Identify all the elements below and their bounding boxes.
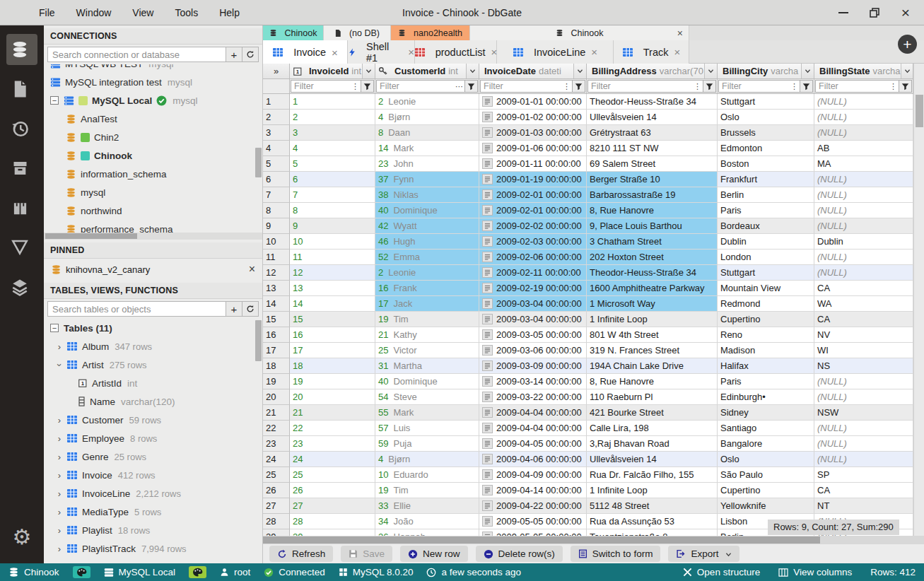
column-header-date[interactable]: InvoiceDatedateti <box>479 64 587 79</box>
cell-billingcity[interactable]: Edinburgh• <box>718 389 814 405</box>
sidebar-table-artist[interactable]: ›Artist275 rows <box>44 356 262 374</box>
activity-archive[interactable] <box>6 153 37 184</box>
date-editor-icon[interactable] <box>482 485 493 495</box>
tab-invoiceline[interactable]: InvoiceLine× <box>497 40 614 64</box>
cell-invoicedate[interactable]: 2009-01-03 00:00:00 <box>479 125 587 141</box>
cell-billingcity[interactable]: Cupertino <box>718 312 814 327</box>
sidebar-table-genre[interactable]: ›Genre25 rows <box>44 447 262 466</box>
cell-billingaddress[interactable]: Calle Lira, 198 <box>587 421 718 436</box>
chevron-icon[interactable]: › <box>54 433 65 444</box>
cell-customerid[interactable]: 37Fynn <box>375 172 479 187</box>
cell-customerid[interactable]: 4Bjørn <box>375 110 479 125</box>
filter-funnel-button[interactable] <box>361 81 373 92</box>
refresh-button[interactable]: Refresh <box>269 546 333 562</box>
sidebar-table-playlist[interactable]: ›Playlist18 rows <box>44 521 262 539</box>
sidebar-table-customer[interactable]: ›Customer59 rows <box>44 411 262 429</box>
expander-icon[interactable]: − <box>50 324 59 332</box>
cell-billingaddress[interactable]: 3,Raj Bhavan Road <box>587 436 718 452</box>
date-editor-icon[interactable] <box>482 376 493 387</box>
connection-item[interactable]: Chin2 <box>44 128 262 146</box>
connection-item[interactable]: MySQL integration testmysql <box>44 73 262 91</box>
cell-invoiceid[interactable]: 22 <box>290 421 375 436</box>
cell-invoiceid[interactable]: 4 <box>290 141 375 156</box>
row-header[interactable]: 14 <box>263 296 290 312</box>
connections-hscroll[interactable] <box>44 233 262 240</box>
cell-invoiceid[interactable]: 3 <box>290 125 375 141</box>
cell-invoicedate[interactable]: 2009-02-03 00:00:00 <box>479 234 587 250</box>
cell-customerid[interactable]: 57Luis <box>375 421 479 436</box>
cell-invoiceid[interactable]: 14 <box>290 296 375 312</box>
menu-view[interactable]: View <box>122 0 164 25</box>
status-chip[interactable] <box>189 566 206 578</box>
filter-options-button[interactable]: ⋯ <box>454 81 464 92</box>
minimize-button[interactable] <box>838 7 849 18</box>
row-header[interactable]: 11 <box>263 250 290 265</box>
cell-invoicedate[interactable]: 2009-04-06 00:00:00 <box>479 452 587 467</box>
cell-billingstate[interactable]: (NULL) <box>814 172 913 187</box>
cell-billingaddress[interactable]: Grétrystraat 63 <box>587 125 718 141</box>
status-root[interactable]: root <box>220 567 250 577</box>
connection-item[interactable]: MYSQL WB TESTmysql <box>44 64 262 73</box>
cell-billingcity[interactable]: Stuttgart <box>718 94 814 110</box>
expander-icon[interactable]: − <box>50 96 59 105</box>
add-connection-button[interactable]: + <box>226 47 242 62</box>
filter-input-city[interactable] <box>719 81 789 92</box>
cell-invoicedate[interactable]: 2009-02-01 00:00:00 <box>479 203 587 218</box>
chevron-icon[interactable]: › <box>54 452 65 462</box>
cell-customerid[interactable]: 40Dominique <box>375 374 479 389</box>
cell-billingaddress[interactable]: 3 Chatham Street <box>587 234 718 250</box>
connection-item[interactable]: −MySQL Localmysql <box>44 91 262 110</box>
close-tab-icon[interactable]: × <box>332 47 338 59</box>
status-open-structure[interactable]: Open structure <box>683 567 760 577</box>
cell-billingstate[interactable]: WA <box>814 296 913 312</box>
activity-book[interactable] <box>6 192 37 223</box>
activity-file[interactable] <box>6 74 37 105</box>
tab-invoice[interactable]: Invoice× <box>263 40 348 64</box>
cell-billingstate[interactable]: MA <box>814 156 913 172</box>
cell-customerid[interactable]: 42Wyatt <box>375 218 479 234</box>
cell-invoicedate[interactable]: 2009-05-05 00:00:00 <box>479 514 587 529</box>
filter-options-button[interactable]: ⋮ <box>350 81 361 92</box>
tables-search-input[interactable] <box>47 301 226 317</box>
close-group-icon[interactable]: × <box>677 28 683 39</box>
cell-billingaddress[interactable]: 69 Salem Street <box>587 156 718 172</box>
cell-invoicedate[interactable]: 2009-04-05 00:00:00 <box>479 436 587 452</box>
filter-input-address[interactable] <box>588 81 692 92</box>
cell-billingcity[interactable]: Redmond <box>718 296 814 312</box>
cell-customerid[interactable]: 10Eduardo <box>375 467 479 483</box>
tab-group-chinook[interactable]: Chinook× <box>470 25 689 40</box>
cell-billingstate[interactable]: (NULL) <box>814 452 913 467</box>
date-editor-icon[interactable] <box>482 516 493 527</box>
cell-billingaddress[interactable]: Barbarossastraße 19 <box>587 187 718 203</box>
cell-invoicedate[interactable]: 2009-04-09 00:00:00 <box>479 467 587 483</box>
activity-layers[interactable] <box>6 271 37 303</box>
connection-item[interactable]: information_schema <box>44 165 262 183</box>
cell-billingcity[interactable]: Paris <box>718 374 814 389</box>
cell-invoicedate[interactable]: 2009-01-01 00:00:00 <box>479 94 587 110</box>
tab-shell1[interactable]: Shell #1× <box>348 40 415 64</box>
menu-window[interactable]: Window <box>66 0 122 25</box>
unpin-icon[interactable]: × <box>249 263 255 276</box>
cell-customerid[interactable]: 19Tim <box>375 312 479 327</box>
column-header-city[interactable]: BillingCityvarcha <box>718 64 814 79</box>
close-button[interactable]: × <box>900 7 911 18</box>
filter-options-button[interactable]: ⋮ <box>561 81 572 92</box>
cell-billingstate[interactable]: WI <box>814 343 913 358</box>
date-editor-icon[interactable] <box>482 174 493 184</box>
delete-row-s--button[interactable]: Delete row(s) <box>476 546 563 562</box>
date-editor-icon[interactable] <box>482 236 493 247</box>
cell-billingstate[interactable]: (NULL) <box>814 125 913 141</box>
cell-invoiceid[interactable]: 18 <box>290 358 375 374</box>
tables-vscroll-thumb[interactable] <box>255 320 262 361</box>
cell-billingaddress[interactable]: 1 Infinite Loop <box>587 312 718 327</box>
cell-billingcity[interactable]: Dublin <box>718 234 814 250</box>
date-editor-icon[interactable] <box>482 407 493 418</box>
row-header[interactable]: 25 <box>263 467 290 483</box>
cell-invoiceid[interactable]: 9 <box>290 218 375 234</box>
refresh-connections-button[interactable] <box>242 47 259 62</box>
filter-funnel-button[interactable] <box>899 81 911 92</box>
cell-customerid[interactable]: 34João <box>375 514 479 529</box>
filter-input-state[interactable] <box>816 81 888 92</box>
cell-invoicedate[interactable]: 2009-02-01 00:00:00 <box>479 187 587 203</box>
row-header[interactable]: 5 <box>263 156 290 172</box>
